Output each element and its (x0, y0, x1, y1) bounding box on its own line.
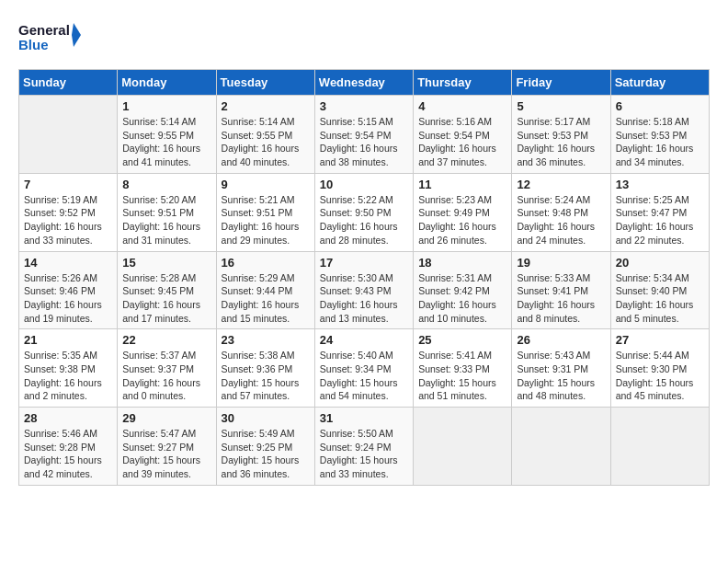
calendar-cell: 6Sunrise: 5:18 AMSunset: 9:53 PMDaylight… (610, 96, 709, 174)
day-info: Sunrise: 5:28 AMSunset: 9:45 PMDaylight:… (122, 271, 210, 326)
day-number: 25 (418, 333, 506, 347)
calendar-week-row: 7Sunrise: 5:19 AMSunset: 9:52 PMDaylight… (19, 173, 710, 251)
day-info: Sunrise: 5:46 AMSunset: 9:28 PMDaylight:… (24, 427, 112, 481)
calendar-cell: 25Sunrise: 5:41 AMSunset: 9:33 PMDayligh… (414, 329, 512, 408)
calendar-cell: 10Sunrise: 5:22 AMSunset: 9:50 PMDayligh… (314, 173, 413, 251)
day-info: Sunrise: 5:35 AMSunset: 9:38 PMDaylight:… (24, 349, 112, 403)
calendar-cell: 7Sunrise: 5:19 AMSunset: 9:52 PMDaylight… (19, 173, 118, 251)
day-header-friday: Friday (512, 70, 610, 96)
day-info: Sunrise: 5:26 AMSunset: 9:46 PMDaylight:… (24, 271, 112, 326)
calendar-cell (414, 408, 512, 486)
day-info: Sunrise: 5:14 AMSunset: 9:55 PMDaylight:… (222, 115, 310, 169)
calendar-cell: 19Sunrise: 5:33 AMSunset: 9:41 PMDayligh… (512, 251, 610, 329)
day-info: Sunrise: 5:22 AMSunset: 9:50 PMDaylight:… (320, 193, 408, 247)
day-number: 14 (24, 256, 112, 270)
calendar-cell: 9Sunrise: 5:21 AMSunset: 9:51 PMDaylight… (216, 173, 314, 251)
day-number: 11 (418, 178, 506, 191)
calendar-cell: 15Sunrise: 5:28 AMSunset: 9:45 PMDayligh… (118, 251, 216, 329)
day-info: Sunrise: 5:24 AMSunset: 9:48 PMDaylight:… (517, 193, 605, 247)
day-number: 6 (616, 99, 704, 113)
day-number: 3 (320, 99, 408, 113)
day-info: Sunrise: 5:15 AMSunset: 9:54 PMDaylight:… (320, 115, 408, 169)
calendar-cell: 17Sunrise: 5:30 AMSunset: 9:43 PMDayligh… (314, 251, 413, 329)
day-number: 29 (122, 411, 210, 425)
calendar-cell: 4Sunrise: 5:16 AMSunset: 9:54 PMDaylight… (414, 96, 512, 174)
day-info: Sunrise: 5:30 AMSunset: 9:43 PMDaylight:… (320, 271, 408, 326)
day-info: Sunrise: 5:31 AMSunset: 9:42 PMDaylight:… (418, 271, 506, 326)
calendar-cell: 18Sunrise: 5:31 AMSunset: 9:42 PMDayligh… (414, 251, 512, 329)
day-info: Sunrise: 5:37 AMSunset: 9:37 PMDaylight:… (122, 349, 210, 403)
day-number: 24 (320, 333, 408, 347)
day-number: 12 (517, 178, 605, 191)
day-number: 30 (222, 411, 310, 425)
calendar-cell: 27Sunrise: 5:44 AMSunset: 9:30 PMDayligh… (610, 329, 709, 408)
calendar-cell: 30Sunrise: 5:49 AMSunset: 9:25 PMDayligh… (216, 408, 314, 486)
day-header-tuesday: Tuesday (216, 70, 314, 96)
day-number: 15 (122, 256, 210, 270)
logo-svg: General Blue (18, 18, 83, 60)
day-number: 9 (222, 178, 310, 191)
day-info: Sunrise: 5:20 AMSunset: 9:51 PMDaylight:… (122, 193, 210, 247)
day-number: 23 (222, 333, 310, 347)
day-info: Sunrise: 5:17 AMSunset: 9:53 PMDaylight:… (517, 115, 605, 169)
day-number: 2 (222, 99, 310, 113)
day-header-sunday: Sunday (19, 70, 118, 96)
svg-text:General: General (18, 22, 70, 38)
calendar-cell: 22Sunrise: 5:37 AMSunset: 9:37 PMDayligh… (118, 329, 216, 408)
calendar-cell: 11Sunrise: 5:23 AMSunset: 9:49 PMDayligh… (414, 173, 512, 251)
day-info: Sunrise: 5:40 AMSunset: 9:34 PMDaylight:… (320, 349, 408, 403)
calendar-cell: 20Sunrise: 5:34 AMSunset: 9:40 PMDayligh… (610, 251, 709, 329)
day-header-thursday: Thursday (414, 70, 512, 96)
calendar-cell (19, 96, 118, 174)
day-number: 28 (24, 411, 112, 425)
calendar-table: SundayMondayTuesdayWednesdayThursdayFrid… (18, 69, 710, 486)
day-info: Sunrise: 5:34 AMSunset: 9:40 PMDaylight:… (616, 271, 704, 326)
day-info: Sunrise: 5:16 AMSunset: 9:54 PMDaylight:… (418, 115, 506, 169)
calendar-cell: 12Sunrise: 5:24 AMSunset: 9:48 PMDayligh… (512, 173, 610, 251)
calendar-week-row: 14Sunrise: 5:26 AMSunset: 9:46 PMDayligh… (19, 251, 710, 329)
calendar-cell: 8Sunrise: 5:20 AMSunset: 9:51 PMDaylight… (118, 173, 216, 251)
day-info: Sunrise: 5:14 AMSunset: 9:55 PMDaylight:… (122, 115, 210, 169)
calendar-cell: 3Sunrise: 5:15 AMSunset: 9:54 PMDaylight… (314, 96, 413, 174)
calendar-cell: 2Sunrise: 5:14 AMSunset: 9:55 PMDaylight… (216, 96, 314, 174)
calendar-week-row: 28Sunrise: 5:46 AMSunset: 9:28 PMDayligh… (19, 408, 710, 486)
day-info: Sunrise: 5:29 AMSunset: 9:44 PMDaylight:… (222, 271, 310, 326)
calendar-cell: 1Sunrise: 5:14 AMSunset: 9:55 PMDaylight… (118, 96, 216, 174)
calendar-week-row: 21Sunrise: 5:35 AMSunset: 9:38 PMDayligh… (19, 329, 710, 408)
calendar-cell: 28Sunrise: 5:46 AMSunset: 9:28 PMDayligh… (19, 408, 118, 486)
calendar-cell: 5Sunrise: 5:17 AMSunset: 9:53 PMDaylight… (512, 96, 610, 174)
calendar-cell: 24Sunrise: 5:40 AMSunset: 9:34 PMDayligh… (314, 329, 413, 408)
day-info: Sunrise: 5:38 AMSunset: 9:36 PMDaylight:… (222, 349, 310, 403)
svg-text:Blue: Blue (18, 37, 49, 52)
calendar-cell: 16Sunrise: 5:29 AMSunset: 9:44 PMDayligh… (216, 251, 314, 329)
day-info: Sunrise: 5:50 AMSunset: 9:24 PMDaylight:… (320, 427, 408, 481)
calendar-header-row: SundayMondayTuesdayWednesdayThursdayFrid… (19, 70, 710, 96)
calendar-cell: 31Sunrise: 5:50 AMSunset: 9:24 PMDayligh… (314, 408, 413, 486)
calendar-week-row: 1Sunrise: 5:14 AMSunset: 9:55 PMDaylight… (19, 96, 710, 174)
calendar-cell (512, 408, 610, 486)
day-number: 5 (517, 99, 605, 113)
day-number: 4 (418, 99, 506, 113)
day-info: Sunrise: 5:33 AMSunset: 9:41 PMDaylight:… (517, 271, 605, 326)
day-number: 21 (24, 333, 112, 347)
calendar-cell: 26Sunrise: 5:43 AMSunset: 9:31 PMDayligh… (512, 329, 610, 408)
day-header-wednesday: Wednesday (314, 70, 413, 96)
day-number: 18 (418, 256, 506, 270)
day-info: Sunrise: 5:19 AMSunset: 9:52 PMDaylight:… (24, 193, 112, 247)
svg-marker-2 (72, 23, 81, 47)
day-info: Sunrise: 5:43 AMSunset: 9:31 PMDaylight:… (517, 349, 605, 403)
day-number: 1 (122, 99, 210, 113)
day-number: 17 (320, 256, 408, 270)
day-info: Sunrise: 5:41 AMSunset: 9:33 PMDaylight:… (418, 349, 506, 403)
day-number: 27 (616, 333, 704, 347)
calendar-cell: 29Sunrise: 5:47 AMSunset: 9:27 PMDayligh… (118, 408, 216, 486)
day-number: 22 (122, 333, 210, 347)
calendar-cell: 23Sunrise: 5:38 AMSunset: 9:36 PMDayligh… (216, 329, 314, 408)
calendar-cell: 21Sunrise: 5:35 AMSunset: 9:38 PMDayligh… (19, 329, 118, 408)
day-header-monday: Monday (118, 70, 216, 96)
day-number: 16 (222, 256, 310, 270)
day-number: 13 (616, 178, 704, 191)
day-number: 8 (122, 178, 210, 191)
day-number: 31 (320, 411, 408, 425)
day-number: 7 (24, 178, 112, 191)
